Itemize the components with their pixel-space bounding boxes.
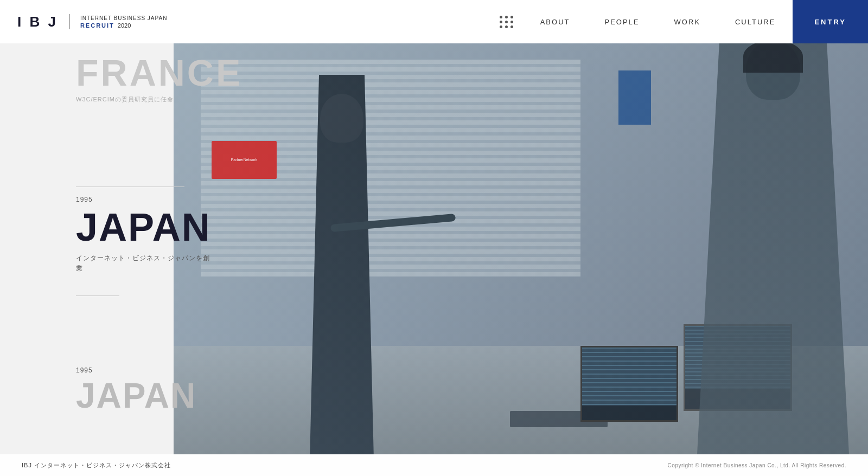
footer-company: IBJ インターネット・ビジネス・ジャパン株式会社 [22, 461, 171, 469]
grid-dot [500, 16, 502, 18]
timeline-item-japan: 1995 JAPAN インターネット・ビジネス・ジャパンを創業 [0, 173, 211, 296]
grid-dots-icon [500, 16, 514, 28]
timeline-item-france: FRANCE W3C/ERCIMの委員研究員に任命 [0, 43, 242, 104]
grid-dot [505, 25, 508, 28]
left-panel: FRANCE W3C/ERCIMの委員研究員に任命 1995 JAPAN インタ… [0, 0, 174, 476]
logo-year: 2020 [118, 22, 131, 29]
main-content: FRANCE W3C/ERCIMの委員研究員に任命 1995 JAPAN インタ… [0, 0, 868, 476]
photo-area: PartnerNetwork [174, 43, 868, 454]
grid-dot [500, 21, 502, 23]
bottom-divider [76, 295, 119, 296]
year-label: 1995 [0, 196, 211, 203]
grid-dot [510, 16, 513, 18]
grid-dot [505, 21, 508, 23]
fade-country-france: FRANCE [0, 43, 242, 91]
nav-people[interactable]: PEOPLE [588, 0, 657, 43]
footer-bar: IBJ インターネット・ビジネス・ジャパン株式会社 Copyright © In… [0, 454, 868, 476]
timeline-item-bottom: 1995 JAPAN [0, 358, 196, 413]
country-name-japan: JAPAN [0, 208, 211, 247]
country-name-bottom: JAPAN [0, 378, 196, 413]
logo-ibj: I B J [17, 14, 58, 30]
main-nav: ABOUT PEOPLE WORK CULTURE ENTRY [490, 0, 868, 43]
logo-divider [69, 14, 69, 29]
office-background: PartnerNetwork [174, 43, 868, 454]
year-label-bottom: 1995 [0, 366, 196, 374]
entry-button[interactable]: ENTRY [793, 0, 868, 43]
nav-work[interactable]: WORK [657, 0, 718, 43]
grid-dot [500, 25, 502, 28]
logo-company: INTERNET BUSINESS JAPAN [80, 15, 167, 22]
logo-area: I B J INTERNET BUSINESS JAPAN RECRUIT 20… [0, 14, 490, 30]
logo-text-block: INTERNET BUSINESS JAPAN RECRUIT 2020 [80, 15, 167, 29]
grid-dot [510, 25, 513, 28]
nav-culture[interactable]: CULTURE [718, 0, 793, 43]
grid-menu-button[interactable] [490, 0, 523, 43]
grid-dot [505, 16, 508, 18]
logo-recruit: RECRUIT [80, 22, 114, 29]
footer-copyright: Copyright © Internet Business Japan Co.,… [668, 462, 846, 468]
photo-overlay [174, 43, 868, 454]
timeline-divider [76, 186, 184, 187]
country-desc-japan: インターネット・ビジネス・ジャパンを創業 [0, 253, 211, 274]
header: I B J INTERNET BUSINESS JAPAN RECRUIT 20… [0, 0, 868, 43]
fade-subtitle-france: W3C/ERCIMの委員研究員に任命 [0, 95, 242, 104]
grid-dot [510, 21, 513, 23]
nav-about[interactable]: ABOUT [523, 0, 588, 43]
